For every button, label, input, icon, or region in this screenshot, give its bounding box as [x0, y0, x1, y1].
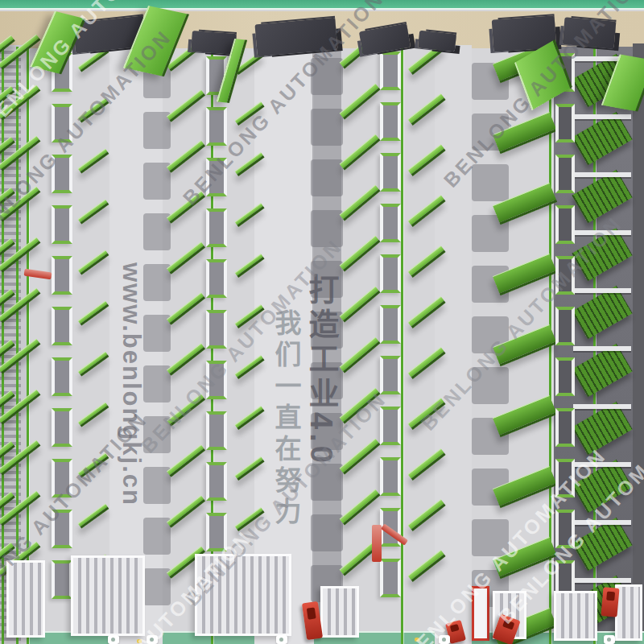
rack-shadow-block: [311, 159, 343, 196]
rack-frame-cell: [555, 104, 575, 142]
deep-rack-shelf: [573, 288, 631, 293]
rack-shadow-block: [472, 367, 509, 404]
rack-frame-cell: [380, 52, 401, 90]
deep-rack-shelf: [573, 346, 631, 351]
storage-panel: [78, 97, 109, 122]
deep-rack-slat-panel: [572, 228, 632, 282]
rack-frame-cell: [555, 408, 575, 447]
rack-shadow-block: [143, 315, 171, 352]
storage-panel: [78, 452, 109, 477]
storage-panel: [167, 495, 205, 527]
deep-rack-slat-panel: [572, 170, 632, 224]
rack-frame-cell: [206, 513, 227, 551]
walkway-marker: [604, 635, 615, 644]
deep-rack-slat-panel: [572, 112, 632, 166]
rack-frame-cell: [206, 462, 227, 501]
stacker-machine: [195, 554, 291, 636]
rack-frame-cell: [52, 408, 72, 447]
storage-panel: [340, 84, 381, 120]
rack-shadow-block: [143, 518, 171, 555]
deep-rack-slat-panel: [572, 344, 632, 398]
rack-frame-cell: [555, 510, 575, 548]
leaning-panel: [514, 39, 572, 110]
walkway-marker: [276, 635, 287, 644]
stacker-machine: [615, 584, 642, 641]
walkway-dot: [415, 638, 419, 642]
rack-frame-cell: [380, 254, 401, 293]
storage-panel: [167, 343, 205, 375]
rack-shadow-block: [143, 568, 171, 605]
rack-shadow-block: [311, 58, 343, 95]
rack-shadow-block: [143, 163, 171, 200]
robot-arm-joint: [450, 624, 460, 632]
storage-panel: [340, 185, 381, 221]
storage-panel: [78, 402, 109, 427]
rack-shadow-block: [311, 109, 343, 146]
rack-frame-cell: [555, 205, 575, 244]
walkway-marker: [147, 635, 158, 644]
rack-shadow-block: [311, 514, 343, 551]
storage-panel: [340, 287, 381, 323]
walkway-marker-dot: [442, 638, 446, 642]
storage-panel: [340, 236, 381, 272]
walkway-marker-dot: [150, 638, 154, 642]
rack-shadow-block: [143, 416, 171, 453]
rack-frame-cell: [52, 155, 72, 193]
rack-frame-cell: [206, 310, 227, 349]
watermark-website: www.benlongkj.cn: [117, 262, 146, 601]
storage-panel: [167, 444, 205, 477]
rack-frame-cell: [52, 560, 72, 599]
rack-frame-cell: [206, 361, 227, 399]
storage-panel: [167, 292, 205, 324]
walkway-marker: [108, 635, 119, 644]
deep-rack-shelf: [573, 114, 631, 119]
rack-frame-cell: [52, 510, 72, 548]
rack-shadow-block: [143, 213, 171, 250]
storage-panel: [78, 250, 109, 275]
watermark-slogan-effort: 我们一直在努力: [266, 309, 305, 551]
machinery-cluster: [563, 17, 617, 48]
deep-rack-slat-panel: [572, 460, 632, 514]
deep-rack-slat-panel: [572, 402, 632, 456]
deep-rack-shelf: [573, 578, 631, 583]
deep-rack-shelf: [573, 404, 631, 409]
storage-panel: [340, 337, 381, 374]
rack-frame-cell: [555, 155, 575, 193]
machinery-cluster: [418, 31, 456, 52]
stacker-machine: [6, 560, 45, 638]
walkway-marker: [439, 635, 450, 644]
rack-frame-cell: [380, 407, 401, 445]
rack-frame-cell: [555, 307, 575, 345]
storage-panel: [78, 199, 109, 224]
rack-frame-cell: [555, 256, 575, 295]
stacker-machine: [320, 586, 359, 638]
rack-shadow-block: [143, 467, 171, 504]
rack-frame-cell: [206, 411, 227, 450]
storage-panel: [340, 388, 381, 424]
robot-arm-joint: [502, 619, 514, 630]
storage-panel: [167, 242, 205, 274]
stacker-machine: [554, 591, 597, 641]
rack-shadow-block: [143, 112, 171, 149]
rack-frame-cell: [52, 307, 72, 345]
storage-panel: [340, 439, 381, 475]
deep-rack-shelf: [573, 462, 631, 467]
rack-frame-cell: [380, 102, 401, 141]
red-manipulator: [372, 525, 382, 562]
rack-frame-cell: [206, 259, 227, 298]
storage-panel: [167, 140, 205, 172]
rack-shadow-block: [143, 365, 171, 402]
deep-rack-slat-panel: [572, 518, 632, 572]
rack-frame-cell: [380, 559, 401, 597]
rack-shadow-block: [311, 210, 343, 247]
factory-3d-render: www.benlongkj.cn 打造工业4.0 我们一直在努力 BENLONG…: [0, 0, 644, 644]
deep-rack-shelf: [573, 172, 631, 177]
rack-frame-cell: [380, 204, 401, 242]
rack-frame-cell: [52, 459, 72, 497]
rack-frame-cell: [380, 457, 401, 496]
rack-shadow-block: [143, 264, 171, 301]
watermark-slogan-industry40: 打造工业4.0: [299, 274, 344, 483]
red-frame-machine: [472, 586, 489, 641]
rack-frame-cell: [52, 256, 72, 295]
storage-panel: [167, 191, 205, 223]
